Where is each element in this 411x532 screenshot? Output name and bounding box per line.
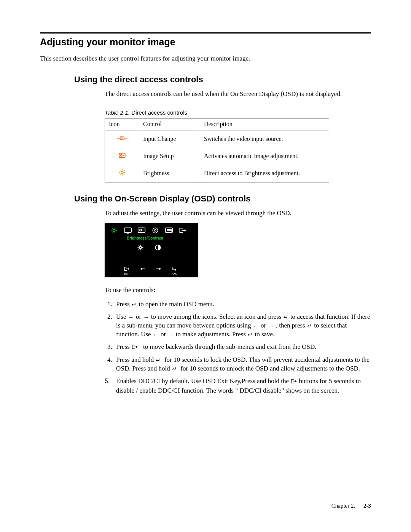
step-4: Press and hold ↵ for 10 seconds to lock …: [114, 356, 371, 373]
left-arrow-icon: ←: [153, 331, 159, 339]
osd-options-icon: [165, 227, 173, 234]
osd-bottom-row: Exit OK: [124, 266, 194, 275]
section-rule: [40, 32, 371, 34]
step-2: Use ← or → to move among the icons. Sele…: [114, 313, 371, 339]
table-control: Image Setup: [139, 148, 200, 165]
table-row: Brightness Direct access to Brightness a…: [105, 165, 329, 182]
osd-image-setup-icon: [137, 227, 146, 234]
heading-adjusting: Adjusting your monitor image: [40, 37, 371, 48]
step-5: 5. Enables DDC/CI by default. Use OSD Ex…: [105, 377, 371, 395]
table-caption: Table 2-1. Direct access controls: [105, 109, 371, 116]
svg-marker-38: [185, 229, 186, 232]
enter-icon: ↵: [172, 365, 177, 373]
step-5-number: 5.: [105, 377, 114, 395]
svg-line-44: [139, 246, 139, 246]
svg-line-25: [116, 228, 116, 229]
brightness-icon: [119, 171, 126, 177]
svg-point-32: [155, 230, 156, 232]
image-setup-icon-cell: [105, 148, 139, 165]
exit-icon: [290, 378, 297, 387]
svg-line-22: [112, 228, 113, 229]
direct-access-paragraph: The direct access controls can be used w…: [105, 90, 371, 99]
enter-icon: ↵: [307, 322, 312, 330]
table-caption-number: Table 2-1.: [105, 109, 130, 116]
table-desc: Switches the video input source.: [200, 131, 329, 148]
svg-point-39: [139, 246, 142, 249]
table-row: 1 2 Input Change Switches the video inpu…: [105, 131, 329, 148]
table-control: Input Change: [139, 131, 200, 148]
svg-marker-56: [175, 268, 177, 271]
svg-point-8: [121, 171, 123, 174]
enter-icon: ↵: [131, 301, 137, 308]
svg-marker-58: [136, 346, 137, 348]
svg-marker-60: [295, 380, 296, 383]
steps-list: Press ↵ to open the main OSD menu. Use ←…: [105, 300, 371, 374]
image-setup-icon: [118, 153, 126, 159]
osd-nav-ok: OK: [172, 266, 178, 275]
footer-chapter: Chapter 2.: [331, 503, 355, 509]
exit-icon: [131, 343, 138, 352]
table-row: Image Setup Activates automatic image ad…: [105, 148, 329, 165]
osd-exit-icon: [178, 227, 187, 234]
osd-nav-left: [140, 266, 146, 272]
heading-osd-controls: Using the On-Screen Display (OSD) contro…: [74, 194, 371, 204]
table-control: Brightness: [139, 165, 200, 182]
svg-point-6: [120, 155, 122, 157]
osd-ok-label: OK: [172, 272, 177, 275]
enter-icon: ↵: [283, 313, 289, 321]
osd-selected-label: Brightness/Contrast: [127, 236, 194, 240]
svg-line-23: [116, 232, 116, 233]
svg-rect-27: [127, 233, 129, 234]
svg-line-13: [120, 170, 121, 171]
osd-submenu-icons: [137, 244, 194, 251]
table-header-control: Control: [139, 118, 200, 131]
svg-marker-50: [128, 268, 129, 270]
svg-line-14: [123, 174, 124, 175]
osd-exit-label: Exit: [124, 272, 129, 275]
svg-line-16: [123, 170, 124, 171]
enter-icon: ↵: [247, 331, 253, 339]
table-header-icon: Icon: [105, 118, 139, 131]
right-arrow-icon: →: [143, 313, 149, 321]
left-arrow-icon: ←: [253, 322, 259, 330]
osd-sub-brightness-icon: [137, 244, 144, 251]
osd-paragraph: To adiust the settings, the user control…: [105, 209, 371, 218]
enter-icon: ↵: [155, 356, 161, 364]
svg-point-31: [153, 228, 158, 233]
steps-intro: To use the controls:: [105, 286, 371, 295]
svg-line-24: [112, 232, 113, 233]
svg-line-47: [142, 246, 143, 246]
svg-text:1: 1: [115, 137, 116, 139]
osd-monitor-icon: [124, 227, 132, 234]
osd-nav-exit: Exit: [124, 266, 130, 275]
table-desc: Activates automatic image adjustment.: [200, 148, 329, 165]
svg-point-29: [140, 229, 142, 231]
table-desc: Direct access to Brightness adjustment.: [200, 165, 329, 182]
document-page: Adjusting your monitor image This sectio…: [0, 0, 411, 532]
footer-page-number: 2-3: [363, 503, 371, 509]
table-caption-text: Direct access controls: [130, 109, 187, 116]
step-3: Press to move backwards through the sub-…: [114, 343, 371, 352]
svg-rect-26: [124, 228, 132, 232]
table-header-row: Icon Control Description: [105, 118, 329, 131]
svg-point-17: [113, 229, 115, 232]
step-1: Press ↵ to open the main OSD menu.: [114, 300, 371, 309]
right-arrow-icon: →: [168, 331, 174, 339]
direct-access-table: Icon Control Description 1 2 Input C: [105, 118, 329, 182]
osd-nav-right: [156, 266, 162, 272]
brightness-icon-cell: [105, 165, 139, 182]
table-header-description: Description: [200, 118, 329, 131]
osd-sub-contrast-icon: [155, 244, 161, 251]
svg-marker-54: [159, 268, 161, 270]
osd-top-icons: [108, 227, 194, 234]
svg-marker-55: [172, 267, 174, 268]
osd-section: To adiust the settings, the user control…: [105, 209, 371, 395]
svg-line-15: [120, 174, 121, 175]
intro-paragraph: This section describes the user control …: [40, 54, 371, 63]
left-arrow-icon: ←: [128, 313, 134, 321]
svg-text:2: 2: [128, 137, 129, 139]
right-arrow-icon: →: [268, 322, 274, 330]
page-footer: Chapter 2. 2-3: [331, 503, 371, 509]
osd-color-icon: [151, 227, 159, 234]
svg-line-46: [139, 249, 139, 250]
